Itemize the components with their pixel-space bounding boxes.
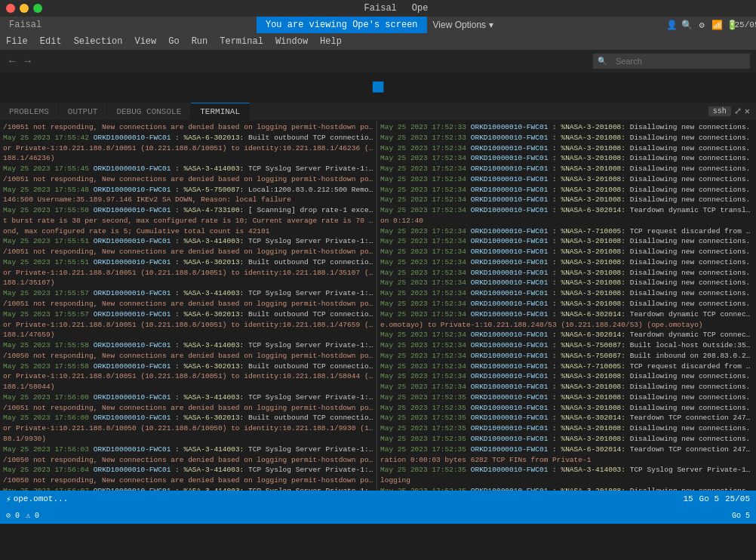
terminal-line: May 25 2023 17:52:34 ORKD10000010-FWC01 … [380, 371, 753, 382]
search-input[interactable] [610, 54, 745, 69]
back-button[interactable]: ← [6, 55, 18, 67]
terminal-line: May 25 2023 17:52:34 ORKD10000010-FWC01 … [380, 362, 753, 372]
bottom-bar: ⊘ 0 ⚠ 0 Go 5 [0, 507, 756, 524]
menu-run[interactable]: Run [186, 33, 214, 50]
terminal-line: May 25 2023 17:55:57 ORKD10000010-FWC01 … [3, 288, 373, 299]
terminal-line: May 25 2023 17:52:35 ORKD10000010-FWC01 … [380, 403, 753, 414]
terminal-line: /10050 not responding, New connections a… [3, 475, 373, 486]
view-options-label: View Options [433, 20, 486, 30]
terminal-line: May 25 2023 17:52:34 ORKD10000010-FWC01 … [380, 340, 753, 351]
line-col-indicator[interactable]: 15 [683, 494, 693, 503]
title-bar-center: Faisal Ope [364, 3, 429, 14]
terminal-line: 188.1/58044) [3, 382, 373, 392]
terminal-line: May 25 2023 17:52:34 ORKD10000010-FWC01 … [380, 174, 753, 185]
close-terminal-icon[interactable]: ✕ [745, 106, 750, 117]
minimize-button[interactable] [20, 4, 29, 13]
terminal-line: /10051 not responding, New connections a… [3, 174, 373, 185]
user-icon[interactable]: 👤 [665, 19, 678, 31]
tab-terminal[interactable]: TERMINAL [191, 103, 250, 121]
forward-button[interactable]: → [21, 55, 33, 67]
terminal-line: May 25 2023 17:55:57 ORKD10000010-FWC01 … [3, 309, 373, 320]
terminal-line: May 25 2023 17:56:00 ORKD10000010-FWC01 … [3, 392, 373, 403]
terminal-line: May 25 2023 17:55:48 ORKD10000010-FWC01 … [3, 185, 373, 195]
terminal-line: May 25 2023 17:56:07 ORKD10000010-FWC01 … [3, 486, 373, 491]
viewing-banner: You are viewing Ope's screen [257, 17, 427, 33]
maximize-terminal-icon[interactable]: ⤢ [734, 106, 742, 117]
terminal-line: 188.1/46236) [3, 153, 373, 164]
clock: 25/05 [741, 19, 753, 31]
terminal-line: May 25 2023 17:52:34 ORKD10000010-FWC01 … [380, 205, 753, 216]
menu-username1: Faisal [0, 17, 51, 33]
terminal-line: on 0:12:40 [380, 216, 753, 226]
terminal-line: 188.1/35107) [3, 278, 373, 288]
tab-output[interactable]: OUTPUT [59, 103, 108, 121]
settings-icon[interactable]: ⚙ [696, 19, 708, 31]
terminal-left-pane: /10051 not responding, New connections a… [0, 121, 377, 491]
menu-selection[interactable]: Selection [68, 33, 129, 50]
menu-terminal[interactable]: Terminal [214, 33, 269, 50]
terminal-line: May 25 2023 17:52:33 ORKD10000010-FWC01 … [380, 122, 753, 133]
go-live-button[interactable]: Go 5 [732, 512, 750, 520]
terminal-line: /10051 not responding, New connections a… [3, 403, 373, 414]
title-bar: Faisal Ope [0, 0, 756, 17]
remote-indicator[interactable]: ⚡ ope.omot... [6, 494, 68, 504]
close-button[interactable] [6, 4, 15, 13]
search-icon[interactable]: 🔍 [681, 19, 693, 31]
terminal-line: May 25 2023 17:56:04 ORKD10000010-FWC01 … [3, 465, 373, 475]
terminal-line: May 25 2023 17:52:34 ORKD10000010-FWC01 … [380, 309, 753, 320]
view-options-button[interactable]: View Options ▾ [427, 17, 499, 33]
menu-view[interactable]: View [128, 33, 162, 50]
status-bar-right: 15 Go 5 25/05 [683, 494, 750, 503]
terminal-line: /10051 not responding, New connections a… [3, 122, 373, 133]
terminal-line: /10050 not responding, New connections a… [3, 351, 373, 362]
terminal-line: May 25 2023 17:52:35 ORKD10000010-FWC01 … [380, 445, 753, 455]
terminal-line: May 25 2023 17:52:35 ORKD10000010-FWC01 … [380, 465, 753, 475]
terminal-line: May 25 2023 17:52:34 ORKD10000010-FWC01 … [380, 143, 753, 154]
menu-help[interactable]: Help [314, 33, 348, 50]
date-indicator: 25/05 [725, 494, 750, 503]
terminal-line: May 25 2023 17:52:34 ORKD10000010-FWC01 … [380, 278, 753, 288]
terminal-line: May 25 2023 17:55:51 ORKD10000010-FWC01 … [3, 257, 373, 268]
remote-icon: ⚡ [6, 494, 11, 504]
vscode-area: ■ [0, 72, 756, 103]
window-controls[interactable] [6, 4, 42, 13]
terminal-line: May 25 2023 17:56:00 ORKD10000010-FWC01 … [3, 413, 373, 423]
search-icon: 🔍 [598, 57, 607, 66]
errors-count[interactable]: ⊘ 0 [6, 511, 20, 520]
terminal-content: /10051 not responding, New connections a… [0, 121, 756, 491]
terminal-line: May 25 2023 17:55:50 ORKD10000010-FWC01 … [3, 205, 373, 216]
terminal-line: May 25 2023 17:52:34 ORKD10000010-FWC01 … [380, 351, 753, 362]
menu-go[interactable]: Go [162, 33, 185, 50]
terminal-line: May 25 2023 17:52:35 ORKD10000010-FWC01 … [380, 486, 753, 491]
terminal-line: May 25 2023 17:55:45 ORKD10000010-FWC01 … [3, 164, 373, 174]
terminal-line: May 25 2023 17:56:03 ORKD10000010-FWC01 … [3, 445, 373, 455]
warnings-count[interactable]: ⚠ 0 [26, 511, 39, 520]
tab-debug[interactable]: DEBUG CONSOLE [107, 103, 191, 121]
maximize-button[interactable] [33, 4, 42, 13]
menu-window[interactable]: Window [269, 33, 314, 50]
error-icon: ⊘ [6, 512, 11, 520]
terminal-line: or Private-1:10.221.188.8/10051 (10.221.… [3, 320, 373, 331]
terminal-line: 188.1/47659) [3, 330, 373, 340]
menu-file[interactable]: File [0, 33, 34, 50]
terminal-line: May 25 2023 17:52:35 ORKD10000010-FWC01 … [380, 423, 753, 434]
terminal-line: May 25 2023 17:52:34 ORKD10000010-FWC01 … [380, 247, 753, 257]
date-value: 25/05 [725, 494, 750, 503]
title-user2: Ope [412, 3, 429, 14]
terminal-line: May 25 2023 17:52:34 ORKD10000010-FWC01 … [380, 330, 753, 340]
status-bar-left: ⚡ ope.omot... [6, 494, 68, 504]
terminal-line: May 25 2023 17:52:34 ORKD10000010-FWC01 … [380, 382, 753, 392]
terminal-line: ration 0:00:03 bytes 6282 TCP FINs from … [380, 455, 753, 466]
menu-bar: Faisal You are viewing Ope's screen View… [0, 17, 756, 33]
encoding-indicator[interactable]: Go 5 [699, 494, 719, 503]
terminal-line: May 25 2023 17:52:34 ORKD10000010-FWC01 … [380, 195, 753, 205]
line-col-value: 15 [683, 494, 693, 503]
wifi-icon: 📶 [711, 19, 723, 31]
terminal-line: t burst rate is 38 per second, max confi… [3, 216, 373, 226]
tab-problems[interactable]: PROBLEMS [0, 103, 59, 121]
menu-edit[interactable]: Edit [34, 33, 68, 50]
terminal-tab-right: ssh ⤢ ✕ [708, 106, 756, 117]
terminal-line: May 25 2023 17:52:34 ORKD10000010-FWC01 … [380, 268, 753, 278]
tab-output-label: OUTPUT [68, 107, 98, 116]
terminal-line: May 25 2023 17:55:51 ORKD10000010-FWC01 … [3, 236, 373, 247]
